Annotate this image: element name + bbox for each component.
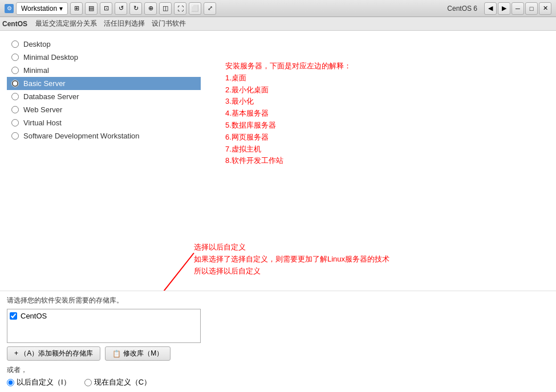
btn-6[interactable]: ⊕ bbox=[144, 2, 157, 15]
or-label: 或者， bbox=[7, 366, 27, 374]
radio-minimal[interactable] bbox=[11, 67, 19, 74]
add-repo-button[interactable]: + （A）添加额外的存储库 bbox=[7, 346, 100, 361]
customize-note-1: 选择以后自定义 bbox=[194, 242, 389, 254]
btn-10[interactable]: ⤢ bbox=[204, 2, 216, 15]
radio-later[interactable] bbox=[7, 379, 14, 386]
annotation-item-2: 3.最小化 bbox=[225, 96, 351, 108]
repo-item-centos: CentOS bbox=[10, 312, 198, 320]
annotation-item-6: 7.虚拟主机 bbox=[225, 144, 351, 156]
repo-buttons: + （A）添加额外的存储库 📋 修改库（M） bbox=[7, 346, 549, 361]
install-type-minimal-desktop[interactable]: Minimal Desktop bbox=[7, 51, 201, 64]
repo-centos-checkbox[interactable] bbox=[10, 312, 17, 320]
customize-note-3: 所以选择以后自定义 bbox=[194, 266, 389, 277]
install-type-web-server[interactable]: Web Server bbox=[7, 103, 201, 116]
workstation-label: Workstation bbox=[21, 5, 57, 13]
radio-software-dev[interactable] bbox=[11, 132, 19, 140]
label-minimal: Minimal bbox=[23, 66, 49, 75]
install-type-database-server[interactable]: Database Server bbox=[7, 90, 201, 103]
repo-centos-label: CentOS bbox=[21, 312, 47, 320]
window-title: CentOS 6 bbox=[218, 5, 482, 13]
close-button[interactable]: ✕ bbox=[539, 2, 551, 15]
annotation-item-3: 4.基本服务器 bbox=[225, 108, 351, 120]
annotation-top: 安装服务器，下面是对应左边的解释： 1.桌面 2.最小化桌面 3.最小化 4.基… bbox=[225, 60, 351, 167]
modify-repo-icon: 📋 bbox=[112, 350, 121, 358]
nav-back-icon[interactable]: ◀ bbox=[484, 2, 497, 15]
workstation-dropdown[interactable]: Workstation ▾ bbox=[16, 2, 68, 15]
view-btn-1[interactable]: ⊞ bbox=[70, 2, 83, 15]
btn-4[interactable]: ↺ bbox=[115, 2, 127, 15]
annotation-item-0: 1.桌面 bbox=[225, 72, 351, 84]
btn-9[interactable]: ⬜ bbox=[189, 2, 201, 15]
menubar: CentOS 最近交流定据分关系 活任旧判选择 设门书软件 bbox=[0, 17, 556, 31]
label-web-server: Web Server bbox=[23, 105, 62, 114]
annotation-item-1: 2.最小化桌面 bbox=[225, 84, 351, 96]
install-type-list: Desktop Minimal Desktop Minimal Basic Se… bbox=[7, 38, 201, 142]
radio-desktop[interactable] bbox=[11, 40, 19, 48]
label-database-server: Database Server bbox=[23, 92, 79, 101]
repo-section-label: 请选择您的软件安装所需要的存储库。 bbox=[7, 296, 549, 305]
install-type-minimal[interactable]: Minimal bbox=[7, 64, 201, 77]
bottom-section: 请选择您的软件安装所需要的存储库。 CentOS + （A）添加额外的存储库 📋… bbox=[0, 291, 556, 392]
or-section: 或者， bbox=[7, 365, 549, 375]
customize-note-2: 如果选择了选择自定义，则需要更加了解Linux服务器的技术 bbox=[194, 254, 389, 266]
annotation-middle: 选择以后自定义 如果选择了选择自定义，则需要更加了解Linux服务器的技术 所以… bbox=[194, 242, 389, 277]
window-controls: ◀ ▶ ─ □ ✕ bbox=[484, 2, 551, 15]
btn-3[interactable]: ⊡ bbox=[100, 2, 112, 15]
label-basic-server: Basic Server bbox=[23, 79, 66, 88]
modify-repo-label: 修改库（M） bbox=[123, 349, 163, 358]
menu-item-3[interactable]: 设门书软件 bbox=[148, 18, 189, 30]
radio-virtual-host[interactable] bbox=[11, 119, 19, 126]
radio-database-server[interactable] bbox=[11, 93, 19, 100]
now-customize-label: 现在自定义（C） bbox=[94, 377, 151, 387]
brand-label: CentOS bbox=[2, 20, 27, 28]
modify-repo-button[interactable]: 📋 修改库（M） bbox=[105, 346, 171, 361]
install-type-desktop[interactable]: Desktop bbox=[7, 38, 201, 51]
label-desktop: Desktop bbox=[23, 40, 51, 48]
btn-8[interactable]: ⛶ bbox=[174, 2, 186, 15]
btn-5[interactable]: ↻ bbox=[129, 2, 142, 15]
btn-7[interactable]: ◫ bbox=[159, 2, 172, 15]
install-type-virtual-host[interactable]: Virtual Host bbox=[7, 116, 201, 129]
install-type-software-dev[interactable]: Software Development Workstation bbox=[7, 129, 201, 142]
main-content: Desktop Minimal Desktop Minimal Basic Se… bbox=[0, 31, 556, 392]
annotation-item-7: 8.软件开发工作站 bbox=[225, 155, 351, 167]
label-virtual-host: Virtual Host bbox=[23, 119, 62, 127]
annotation-item-5: 6.网页服务器 bbox=[225, 132, 351, 144]
now-customize-option[interactable]: 现在自定义（C） bbox=[84, 377, 151, 387]
repo-list: CentOS bbox=[7, 309, 201, 343]
nav-forward-icon[interactable]: ▶ bbox=[498, 2, 510, 15]
dropdown-arrow-icon: ▾ bbox=[59, 5, 63, 13]
annotation-item-4: 5.数据库服务器 bbox=[225, 120, 351, 132]
menu-item-1[interactable]: 最近交流定据分关系 bbox=[32, 18, 100, 30]
install-type-basic-server[interactable]: Basic Server bbox=[7, 77, 201, 90]
maximize-button[interactable]: □ bbox=[525, 2, 538, 15]
radio-now[interactable] bbox=[84, 379, 92, 386]
annotation-title: 安装服务器，下面是对应左边的解释： bbox=[225, 60, 351, 72]
later-customize-label: 以后自定义（I） bbox=[17, 377, 71, 387]
label-minimal-desktop: Minimal Desktop bbox=[23, 53, 78, 62]
menu-item-2[interactable]: 活任旧判选择 bbox=[100, 18, 148, 30]
view-btn-2[interactable]: ▤ bbox=[85, 2, 98, 15]
customize-radios: 以后自定义（I） 现在自定义（C） bbox=[7, 377, 549, 387]
titlebar: ⚙ Workstation ▾ ⊞ ▤ ⊡ ↺ ↻ ⊕ ◫ ⛶ ⬜ ⤢ Cent… bbox=[0, 0, 556, 17]
later-customize-option[interactable]: 以后自定义（I） bbox=[7, 377, 71, 387]
radio-web-server[interactable] bbox=[11, 106, 19, 113]
radio-basic-server[interactable] bbox=[11, 80, 19, 87]
label-software-dev: Software Development Workstation bbox=[23, 132, 140, 140]
app-icon: ⚙ bbox=[5, 4, 14, 13]
minimize-button[interactable]: ─ bbox=[512, 2, 524, 15]
radio-minimal-desktop[interactable] bbox=[11, 54, 19, 61]
